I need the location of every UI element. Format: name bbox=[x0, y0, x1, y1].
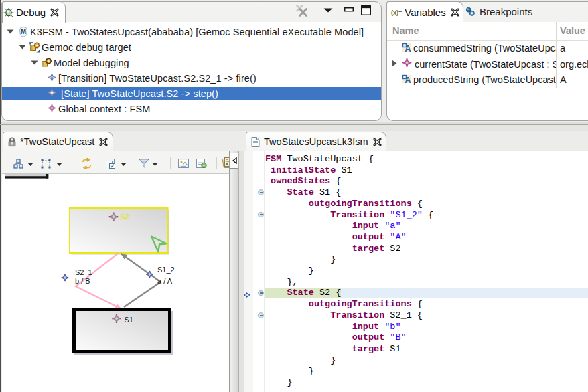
svg-text:A: A bbox=[405, 43, 411, 52]
svg-text:b / B: b / B bbox=[75, 277, 90, 285]
svg-text:S2: S2 bbox=[121, 213, 129, 221]
svg-text:S1_2: S1_2 bbox=[157, 266, 175, 274]
svg-text:A: A bbox=[405, 75, 411, 84]
svg-text:M: M bbox=[21, 28, 26, 35]
svg-text:S2_1: S2_1 bbox=[75, 268, 92, 276]
svg-text:S1: S1 bbox=[125, 316, 133, 324]
svg-text:a / A: a / A bbox=[157, 277, 173, 285]
